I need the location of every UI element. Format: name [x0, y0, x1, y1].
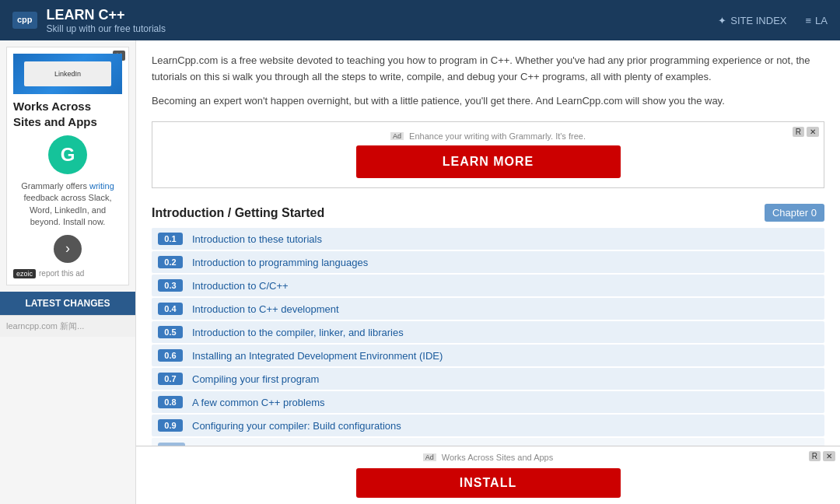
- ad-x-button[interactable]: ✕: [807, 127, 819, 137]
- tutorial-link-0-3[interactable]: Introduction to C/C++: [192, 280, 289, 292]
- tutorial-num-0-3: 0.3: [158, 279, 183, 292]
- tutorial-link-0-1[interactable]: Introduction to these tutorials: [192, 233, 322, 245]
- ad-badge: Ad: [390, 132, 404, 140]
- tutorial-num-0-9: 0.9: [158, 419, 183, 432]
- header-left: cpp LEARN C++ Skill up with our free tut…: [12, 7, 166, 34]
- site-index-nav[interactable]: ✦ SITE INDEX: [718, 15, 786, 26]
- intro-paragraph-2: Becoming an expert won't happen overnigh…: [152, 93, 824, 110]
- tutorial-link-0-4[interactable]: Introduction to C++ development: [192, 303, 339, 315]
- ad-image: LinkedIn: [13, 54, 122, 94]
- bottom-ad-overlay: R ✕ Ad Works Across Sites and Apps INSTA…: [136, 446, 840, 504]
- tutorial-link-0-5[interactable]: Introduction to the compiler, linker, an…: [192, 327, 404, 338]
- tutorial-item-0-5[interactable]: 0.5 Introduction to the compiler, linker…: [152, 321, 824, 343]
- bottom-ad-label: Ad Works Across Sites and Apps: [423, 453, 554, 462]
- sidebar-footer-text: learncpp.com 新闻...: [0, 315, 135, 337]
- tutorial-link-0-8[interactable]: A few common C++ problems: [192, 397, 325, 408]
- ad-banner-text: Enhance your writing with Grammarly. It'…: [409, 131, 586, 141]
- tutorial-item-0-8[interactable]: 0.8 A few common C++ problems: [152, 391, 824, 413]
- tutorial-link-0-9[interactable]: Configuring your compiler: Build configu…: [192, 420, 401, 432]
- ad-report-button[interactable]: R: [793, 127, 804, 137]
- la-nav[interactable]: ≡ LA: [806, 15, 828, 26]
- ezoic-badge: ezoic: [13, 269, 36, 278]
- tutorial-num-0-6: 0.6: [158, 349, 183, 362]
- tutorial-item-0-3[interactable]: 0.3 Introduction to C/C++: [152, 275, 824, 296]
- tutorial-num-0-4: 0.4: [158, 303, 183, 315]
- tutorial-item-0-6[interactable]: 0.6 Installing an Integrated Development…: [152, 345, 824, 366]
- ad-banner: R ✕ Ad Enhance your writing with Grammar…: [152, 121, 824, 188]
- tutorial-num-0-2: 0.2: [158, 256, 183, 268]
- bottom-ad-badge: Ad: [423, 453, 436, 461]
- tutorial-item-0-4[interactable]: 0.4 Introduction to C++ development: [152, 298, 824, 320]
- tutorial-num-0-1: 0.1: [158, 233, 183, 245]
- diamond-icon: ✦: [718, 15, 726, 26]
- site-title: LEARN C++: [47, 7, 166, 23]
- tutorial-item-0-9[interactable]: 0.9 Configuring your compiler: Build con…: [152, 415, 824, 436]
- tutorial-num-0-8: 0.8: [158, 396, 183, 408]
- chapter-header: Introduction / Getting Started Chapter 0: [152, 204, 824, 222]
- intro-paragraph-1: LearnCpp.com is a free website devoted t…: [152, 53, 824, 86]
- tutorial-link-0-7[interactable]: Compiling your first program: [192, 373, 319, 385]
- ezoic-label: ezoic report this ad: [13, 269, 122, 278]
- ad-next-button[interactable]: ›: [54, 235, 82, 263]
- learn-more-button[interactable]: LEARN MORE: [356, 145, 621, 178]
- tutorial-item-0-2[interactable]: 0.2 Introduction to programming language…: [152, 251, 824, 273]
- latest-changes-button[interactable]: LATEST CHANGES: [0, 292, 135, 315]
- bottom-ad-controls: R ✕: [809, 451, 835, 461]
- menu-icon: ≡: [806, 15, 812, 26]
- chapter-badge: Chapter 0: [765, 204, 824, 222]
- ad-description: Grammarly offers writing feedback across…: [13, 180, 122, 229]
- tutorial-item-0-1[interactable]: 0.1 Introduction to these tutorials: [152, 228, 824, 250]
- ad-title: Works Across Sites and Apps: [13, 99, 122, 129]
- layout: ✕ LinkedIn Works Across Sites and Apps G…: [0, 40, 840, 504]
- main-content: LearnCpp.com is a free website devoted t…: [136, 40, 840, 504]
- bottom-ad-text: Works Across Sites and Apps: [442, 453, 553, 462]
- header: cpp LEARN C++ Skill up with our free tut…: [0, 0, 840, 40]
- logo: cpp: [12, 12, 37, 28]
- ad-banner-label: Ad Enhance your writing with Grammarly. …: [162, 131, 814, 141]
- ad-writing-link[interactable]: writing: [89, 181, 114, 191]
- bottom-ad-x-button[interactable]: ✕: [823, 451, 835, 461]
- header-nav: ✦ SITE INDEX ≡ LA: [718, 15, 828, 26]
- la-label: LA: [815, 15, 828, 26]
- tutorial-num-0-7: 0.7: [158, 373, 183, 385]
- chapter-title: Introduction / Getting Started: [152, 206, 324, 220]
- bottom-ad-report-button[interactable]: R: [809, 451, 821, 461]
- tutorial-num-0-5: 0.5: [158, 326, 183, 338]
- site-index-label: SITE INDEX: [730, 15, 786, 26]
- grammarly-icon: G: [48, 135, 87, 174]
- tutorial-link-0-2[interactable]: Introduction to programming languages: [192, 257, 368, 268]
- site-info: LEARN C++ Skill up with our free tutoria…: [47, 7, 166, 34]
- tutorial-item-0-7[interactable]: 0.7 Compiling your first program: [152, 368, 824, 390]
- report-ad-link[interactable]: report this ad: [39, 269, 84, 278]
- sidebar-ad: ✕ LinkedIn Works Across Sites and Apps G…: [6, 47, 129, 285]
- install-button[interactable]: INSTALL: [356, 468, 621, 498]
- site-subtitle: Skill up with our free tutorials: [47, 23, 166, 34]
- ad-banner-controls: R ✕: [793, 127, 819, 137]
- tutorial-link-0-6[interactable]: Installing an Integrated Development Env…: [192, 350, 443, 362]
- sidebar: ✕ LinkedIn Works Across Sites and Apps G…: [0, 40, 136, 504]
